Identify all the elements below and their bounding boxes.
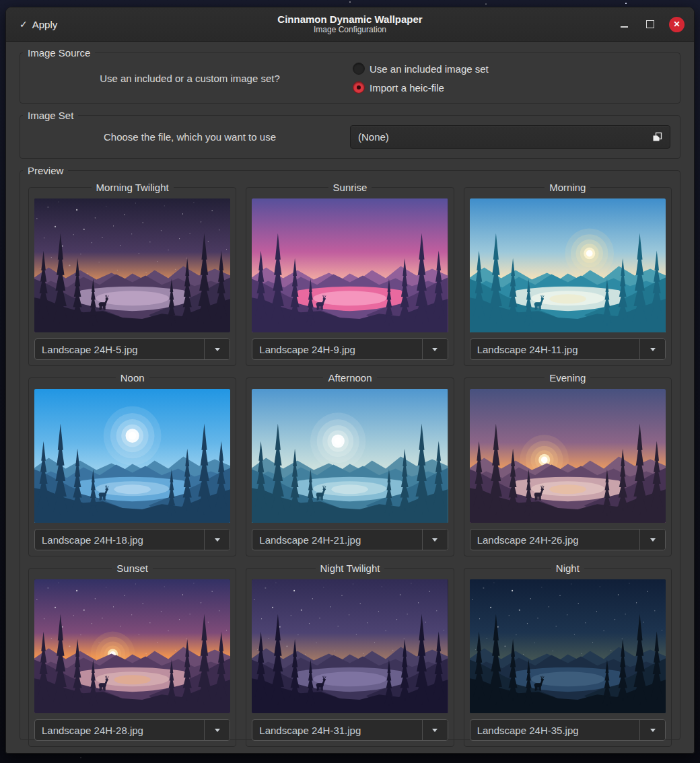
dropdown-arrow-button[interactable] [640,720,665,740]
dropdown-value: Landscape 24H-28.jpg [35,720,205,740]
titlebar[interactable]: ✓ Apply Cinnamon Dynamic Wallpaper Image… [6,7,694,42]
image-file-dropdown[interactable]: Landscape 24H-26.jpg [470,529,666,550]
tile-title: Morning Twilight [92,182,174,193]
image-file-dropdown[interactable]: Landscape 24H-35.jpg [470,719,666,741]
wallpaper-thumbnail [34,579,230,713]
preview-tile-night-twilight: Night Twilight Landscape 24H-31.jpg [246,562,454,747]
image-file-dropdown[interactable]: Landscape 24H-9.jpg [252,338,448,360]
chevron-down-icon [432,348,438,354]
image-set-frame: Image Set Choose the file, which you wan… [20,110,680,159]
preview-tile-morning: Morning Landscape 24H-11.jpg [464,182,672,366]
dropdown-arrow-button[interactable] [423,530,448,550]
wallpaper-thumbnail [34,198,230,332]
file-icon [652,132,662,142]
image-file-dropdown[interactable]: Landscape 24H-18.jpg [34,529,230,550]
image-file-dropdown[interactable]: Landscape 24H-5.jpg [34,338,230,360]
preview-tile-morning-twilight: Morning Twilight Landscape 24H-5.jpg [28,182,236,366]
preview-tile-evening: Evening Landscape 24H-26.jpg [464,372,672,556]
preview-tile-sunset: Sunset Landscape 24H-28.jpg [28,562,236,747]
chevron-down-icon [432,538,438,544]
dropdown-arrow-button[interactable] [640,530,665,550]
dropdown-arrow-button[interactable] [205,720,230,740]
wallpaper-thumbnail [470,198,666,332]
wallpaper-thumbnail [34,389,230,523]
image-set-frame-label: Image Set [23,110,78,121]
app-window: ✓ Apply Cinnamon Dynamic Wallpaper Image… [5,7,695,754]
minimize-icon [621,26,628,28]
dropdown-value: Landscape 24H-21.jpg [252,530,422,550]
dropdown-arrow-button[interactable] [423,720,448,740]
image-source-options: Use an included image set Import a heic-… [350,63,670,94]
dropdown-arrow-button[interactable] [205,530,230,550]
image-file-dropdown[interactable]: Landscape 24H-28.jpg [34,719,230,741]
preview-tile-afternoon: Afternoon Landscape 24H-21.jpg [246,372,454,556]
dropdown-value: Landscape 24H-11.jpg [470,339,640,359]
wallpaper-thumbnail [470,579,666,713]
window-subtitle: Image Configuration [6,25,694,35]
chevron-down-icon [650,729,656,735]
file-chooser-button[interactable]: (None) [350,125,670,149]
image-file-dropdown[interactable]: Landscape 24H-31.jpg [252,719,448,741]
chevron-down-icon [215,538,220,544]
tile-title: Noon [116,372,149,384]
dropdown-value: Landscape 24H-35.jpg [470,720,640,740]
tile-title: Sunset [112,562,153,574]
tile-title: Night Twilight [316,562,385,574]
dropdown-arrow-button[interactable] [640,339,665,359]
image-source-frame: Image Source Use an included or a custom… [20,47,680,104]
image-source-question: Use an included or a custom image set? [30,73,350,84]
wallpaper-thumbnail [252,579,448,713]
maximize-button[interactable] [643,17,658,32]
radio-icon[interactable] [353,81,365,94]
file-chooser-value: (None) [358,131,389,143]
close-button[interactable]: ✕ [669,17,685,32]
wallpaper-thumbnail [470,389,666,523]
dropdown-value: Landscape 24H-9.jpg [252,339,422,359]
tile-title: Afternoon [323,372,376,384]
preview-frame: Preview Morning Twilight Landscape 24H-5… [20,165,680,740]
tile-title: Evening [545,372,590,384]
dropdown-value: Landscape 24H-18.jpg [35,530,205,550]
image-file-dropdown[interactable]: Landscape 24H-21.jpg [252,529,448,550]
chevron-down-icon [432,729,438,735]
file-choose-label: Choose the file, which you want to use [30,131,350,143]
chevron-down-icon [215,348,220,354]
radio-label: Import a heic-file [370,82,444,94]
wallpaper-thumbnail [252,389,448,523]
image-file-dropdown[interactable]: Landscape 24H-11.jpg [470,338,666,360]
image-source-frame-label: Image Source [23,47,95,59]
preview-tile-sunrise: Sunrise Landscape 24H-9.jpg [246,182,454,366]
dropdown-arrow-button[interactable] [423,339,448,359]
radio-icon[interactable] [353,63,365,75]
radio-option-included-set[interactable]: Use an included image set [353,63,670,75]
chevron-down-icon [215,729,220,735]
apply-button[interactable]: ✓ Apply [15,16,61,33]
title-block: Cinnamon Dynamic Wallpaper Image Configu… [6,13,694,35]
tile-title: Night [551,562,584,574]
radio-label: Use an included image set [370,63,489,75]
window-controls: ✕ [617,17,685,32]
preview-tile-noon: Noon Landscape 24H-18.jpg [28,372,236,556]
dropdown-value: Landscape 24H-5.jpg [35,339,205,359]
preview-frame-label: Preview [23,165,68,176]
check-icon: ✓ [20,19,28,30]
maximize-icon [646,20,654,28]
radio-option-import-heic[interactable]: Import a heic-file [353,81,670,94]
window-content: Image Source Use an included or a custom… [6,42,694,753]
chevron-down-icon [650,348,656,354]
preview-grid: Morning Twilight Landscape 24H-5.jpg Sun… [20,176,680,754]
dropdown-value: Landscape 24H-31.jpg [252,720,422,740]
dropdown-arrow-button[interactable] [205,339,230,359]
window-title: Cinnamon Dynamic Wallpaper [6,13,694,25]
minimize-button[interactable] [617,17,631,32]
dropdown-value: Landscape 24H-26.jpg [470,530,640,550]
tile-title: Sunrise [328,182,372,193]
tile-title: Morning [545,182,590,193]
apply-label: Apply [32,19,58,30]
preview-tile-night: Night Landscape 24H-35.jpg [464,562,672,747]
wallpaper-thumbnail [252,198,448,332]
chevron-down-icon [650,538,656,544]
desktop-background: ✓ Apply Cinnamon Dynamic Wallpaper Image… [0,0,700,763]
